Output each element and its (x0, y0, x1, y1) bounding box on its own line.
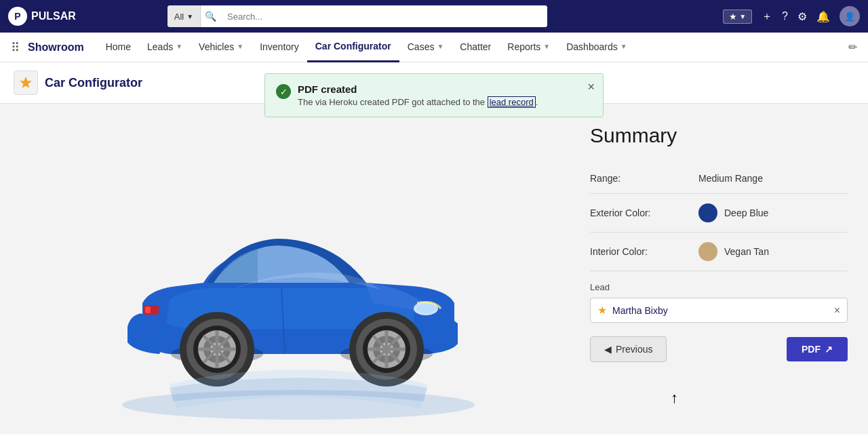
summary-row-exterior: Exterior Color: Deep Blue (590, 194, 848, 233)
notifications-icon[interactable]: 🔔 (816, 10, 830, 23)
nav-item-dashboards[interactable]: Dashboards ▼ (558, 33, 635, 62)
previous-label: Previous (616, 344, 652, 355)
summary-panel: Summary Range: Medium Range Exterior Col… (570, 104, 868, 434)
nav-leads-chevron: ▼ (176, 43, 182, 50)
secondary-navigation: ⠿ Showroom Home Leads ▼ Vehicles ▼ Inven… (0, 33, 868, 62)
lead-clear-button[interactable]: × (834, 304, 840, 317)
summary-row-range: Range: Medium Range (590, 163, 848, 194)
nav-item-vehicles[interactable]: Vehicles ▼ (191, 33, 252, 62)
search-icon: 🔍 (201, 11, 220, 22)
lead-field-label: Lead (590, 282, 848, 292)
action-buttons-row: ◀ Previous PDF ↗ (590, 336, 848, 362)
nav-car-configurator-label: Car Configurator (315, 41, 391, 52)
nav-cases-chevron: ▼ (437, 43, 443, 50)
nav-reports-chevron: ▼ (543, 43, 550, 50)
exterior-color-swatch (698, 203, 717, 222)
logo-icon: P (8, 7, 27, 26)
nav-inventory-label: Inventory (260, 41, 299, 52)
pdf-export-icon: ↗ (825, 344, 833, 355)
nav-item-cases[interactable]: Cases ▼ (399, 33, 452, 62)
svg-marker-0 (20, 77, 32, 88)
setup-icon[interactable]: ⚙ (797, 10, 807, 23)
nav-dashboards-chevron: ▼ (620, 43, 627, 50)
summary-row-interior: Interior Color: Vegan Tan (590, 233, 848, 271)
top-navigation-bar: P PULSAR All ▼ 🔍 ★ ▼ ＋ ? ⚙ 🔔 👤 (0, 0, 868, 33)
search-input[interactable] (220, 5, 547, 27)
toast-body-prefix: The via Heroku created PDF got attached … (298, 97, 488, 107)
nav-item-car-configurator[interactable]: Car Configurator (307, 33, 399, 62)
toast-container: ✓ PDF created The via Heroku created PDF… (264, 73, 604, 117)
nav-cases-label: Cases (408, 41, 435, 52)
range-value: Medium Range (698, 173, 763, 184)
toast-title: PDF created (298, 83, 592, 95)
toast-close-button[interactable]: × (587, 81, 595, 93)
nav-reports-label: Reports (507, 41, 540, 52)
search-prefix-chevron: ▼ (186, 13, 193, 20)
summary-title: Summary (590, 124, 848, 147)
lead-name-value: Martha Bixby (612, 305, 829, 316)
car-image-area (0, 104, 570, 434)
svg-rect-6 (145, 307, 151, 313)
toast-body-suffix: . (536, 97, 538, 107)
range-text: Medium Range (698, 173, 763, 184)
nav-item-chatter[interactable]: Chatter (452, 33, 499, 62)
favorites-button[interactable]: ★ ▼ (723, 9, 752, 24)
favorites-chevron: ▼ (739, 13, 746, 20)
nav-chatter-label: Chatter (460, 41, 491, 52)
star-icon: ★ (729, 12, 737, 22)
range-label: Range: (590, 173, 698, 184)
nav-leads-label: Leads (147, 41, 173, 52)
logo-text: PULSAR (31, 10, 76, 22)
lead-record-link[interactable]: lead record (488, 96, 536, 108)
app-name: Showroom (28, 41, 84, 54)
nav-item-home[interactable]: Home (98, 33, 139, 62)
toast-check-icon: ✓ (276, 84, 291, 99)
global-search-bar[interactable]: All ▼ 🔍 (167, 5, 547, 27)
interior-color-value: Vegan Tan (698, 242, 769, 261)
pdf-label: PDF (802, 344, 821, 355)
user-avatar[interactable]: 👤 (840, 6, 860, 26)
svg-point-4 (416, 304, 435, 313)
nav-vehicles-chevron: ▼ (237, 43, 243, 50)
nav-dashboards-label: Dashboards (566, 41, 618, 52)
exterior-color-value: Deep Blue (698, 203, 768, 222)
interior-color-label: Interior Color: (590, 246, 698, 257)
lead-section: Lead ★ Martha Bixby × (590, 282, 848, 323)
nav-edit-icon[interactable]: ✏ (848, 41, 857, 54)
main-content: Summary Range: Medium Range Exterior Col… (0, 104, 868, 434)
interior-color-text: Vegan Tan (724, 246, 769, 257)
toast-content: PDF created The via Heroku created PDF g… (298, 83, 592, 107)
lead-input-field[interactable]: ★ Martha Bixby × (590, 298, 848, 323)
exterior-color-text: Deep Blue (724, 208, 768, 218)
nav-vehicles-label: Vehicles (199, 41, 234, 52)
top-bar-actions: ★ ▼ ＋ ? ⚙ 🔔 👤 (723, 6, 860, 26)
success-toast: ✓ PDF created The via Heroku created PDF… (264, 73, 604, 117)
previous-button[interactable]: ◀ Previous (590, 336, 667, 362)
lead-star-icon: ★ (597, 304, 607, 317)
car-image-container (81, 140, 488, 398)
toast-body: The via Heroku created PDF got attached … (298, 97, 592, 107)
nav-home-label: Home (106, 41, 131, 52)
interior-color-swatch (698, 242, 717, 261)
help-icon[interactable]: ? (782, 10, 788, 22)
nav-item-inventory[interactable]: Inventory (252, 33, 307, 62)
pdf-button[interactable]: PDF ↗ (787, 337, 848, 361)
add-button[interactable]: ＋ (762, 9, 772, 24)
search-prefix-button[interactable]: All ▼ (167, 5, 201, 27)
nav-item-reports[interactable]: Reports ▼ (499, 33, 558, 62)
nav-item-leads[interactable]: Leads ▼ (139, 33, 191, 62)
app-logo[interactable]: P PULSAR (8, 7, 76, 26)
car-configurator-icon (14, 71, 38, 95)
search-prefix-label: All (174, 12, 184, 22)
exterior-color-label: Exterior Color: (590, 208, 698, 218)
app-grid-icon[interactable]: ⠿ (11, 40, 20, 55)
previous-chevron-icon: ◀ (604, 344, 612, 355)
page-title: Car Configurator (45, 76, 142, 90)
